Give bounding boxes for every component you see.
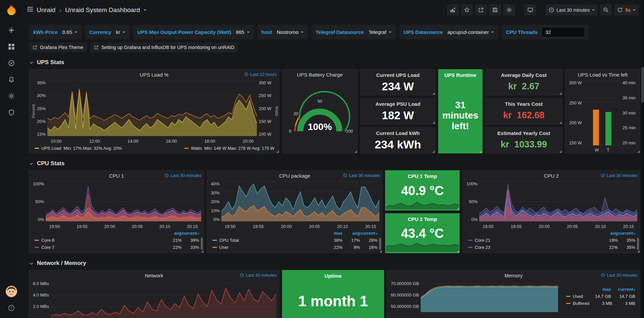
legend-header[interactable]: avg current [468, 230, 635, 237]
variable-value[interactable]: 32 [542, 28, 584, 37]
stat-title[interactable]: This Years Cost [505, 101, 543, 107]
time-range-picker[interactable]: Last 30 minutes [546, 4, 598, 15]
panel-title[interactable]: CPU 2 [544, 173, 559, 179]
stat-title[interactable]: Average Daily Cost [501, 72, 547, 78]
axis-tick: 30% [211, 190, 220, 195]
breadcrumb-dashboard-title[interactable]: Unraid System Dashboard [65, 6, 140, 14]
stat-title[interactable]: Uptime [325, 273, 342, 279]
legend-series-name: CPU Total [219, 238, 239, 243]
stat-title[interactable]: Average PSU Load [375, 101, 420, 107]
variable-value[interactable]: 0.65 [62, 29, 77, 35]
add-icon[interactable] [8, 27, 15, 34]
refresh-button[interactable]: 5s [614, 4, 639, 15]
variable-chip[interactable]: UPS Max Output Power Capacity (Watt) 865 [133, 25, 254, 39]
legend-header[interactable]: max current [566, 286, 635, 293]
variable-value[interactable]: 865 [236, 29, 249, 35]
stat-title[interactable]: Current UPS Load [376, 72, 419, 78]
cycle-view-monitor-button[interactable] [524, 4, 536, 15]
panel-title[interactable]: Network [145, 273, 163, 278]
section-network-memory[interactable]: Network / Memory [29, 260, 641, 267]
section-cpu-stats[interactable]: CPU Stats [29, 160, 641, 167]
axis-tick: 19:50 [49, 224, 60, 229]
variable-value[interactable]: Telegraf [368, 29, 391, 35]
legend-item[interactable]: UPS Load Min: 17% Max: 32% Avg: 20% [35, 146, 122, 151]
variable-value[interactable]: kr [116, 29, 126, 35]
legend-header[interactable]: max avg current [213, 230, 377, 237]
panel-network: Network Last 30 minutes 6.0 MBs4.0 MBs2.… [29, 270, 279, 318]
stat-title[interactable]: UPS Runtime [444, 72, 476, 78]
configuration-gear-icon[interactable] [8, 93, 15, 99]
legend-row[interactable]: Core 7 22% 33% [35, 244, 199, 251]
legend-table: avg current Core 6 21% 39% Core 7 22% 33… [29, 230, 204, 253]
legend-scrollbar[interactable] [637, 238, 639, 250]
explore-compass-icon[interactable] [8, 60, 15, 66]
legend-item[interactable]: Watts Min: 148 W Max: 278 W Avg: 175 W [184, 146, 274, 151]
grafana-logo-icon[interactable] [5, 4, 18, 18]
dashboard-settings-button[interactable] [503, 4, 515, 15]
alerting-bell-icon[interactable] [8, 76, 15, 83]
axis-tick: 19:50 [225, 224, 236, 229]
legend-row[interactable]: Buffered 3 MB 3 MB [566, 300, 635, 307]
cpu1-chart[interactable] [46, 181, 201, 222]
zoom-out-button[interactable] [600, 4, 612, 15]
ups-load-chart[interactable] [47, 80, 257, 137]
battery-gauge[interactable]: 02050100100% [282, 80, 357, 153]
stat-title[interactable]: Current Load kWh [376, 130, 420, 136]
apps-grid-icon[interactable] [27, 6, 33, 14]
memory-chart[interactable] [421, 281, 558, 318]
variable-chip[interactable]: Telegraf Datasource Telegraf [311, 25, 396, 39]
dashboards-icon[interactable] [8, 43, 15, 50]
cpu2-chart[interactable] [479, 181, 637, 222]
share-button[interactable] [475, 4, 487, 15]
variable-chip[interactable]: Currency kr [85, 25, 130, 39]
legend-row[interactable]: User 22% 9% 16% [213, 244, 377, 251]
cpu-package-chart[interactable] [221, 181, 379, 222]
stat-title[interactable]: Estimated Yearly Cost [497, 130, 550, 136]
user-avatar[interactable] [6, 286, 17, 297]
load-vs-time-bar-chart[interactable] [584, 80, 621, 145]
variable-chip[interactable]: host Nostromo [257, 25, 308, 39]
legend-row[interactable]: Core 21 19% 35% [468, 237, 635, 244]
legend-row[interactable]: CPU Total 38% 17% 28% [213, 237, 377, 244]
breadcrumb-org[interactable]: Unraid [37, 6, 55, 14]
legend-row[interactable]: Core 23 22% 35% [468, 244, 635, 251]
legend-scrollbar[interactable] [201, 238, 203, 250]
panel-title[interactable]: UPS Load % [140, 72, 169, 78]
save-button[interactable] [489, 4, 501, 15]
panel-ups-load-vs-time-left: UPS Load vs Time left 300 W250 W200 W150… [565, 69, 640, 153]
legend-row[interactable]: Used 14.7 GB 14.7 GB [566, 293, 635, 300]
legend-scrollbar[interactable] [379, 238, 381, 250]
variable-chip[interactable]: UPS Datasource apcupsd-container [399, 25, 498, 39]
help-icon[interactable]: ? [8, 305, 15, 313]
stat-title[interactable]: CPU 2 Temp [408, 216, 437, 222]
dashboard-link[interactable]: Setting up Grafana and InfluxDB for UPS … [90, 42, 238, 52]
variable-chip[interactable]: CPU Threads 32 [502, 25, 589, 39]
variable-chip[interactable]: kWh Price 0.65 [29, 25, 82, 39]
star-button[interactable] [461, 4, 473, 15]
server-admin-shield-icon[interactable] [8, 109, 15, 116]
panel-title[interactable]: Memory [504, 273, 522, 278]
chevron-down-icon [491, 32, 494, 34]
page-scrollbar[interactable] [641, 0, 644, 318]
legend-swatch [213, 247, 217, 248]
section-ups-stats[interactable]: UPS Stats [29, 59, 641, 66]
axis-tick: 10:00 [51, 139, 62, 144]
legend-header[interactable]: avg current [35, 230, 199, 237]
network-chart[interactable] [51, 281, 276, 318]
svg-text:100: 100 [346, 129, 353, 134]
variable-value[interactable]: apcupsd-container [448, 29, 494, 35]
add-panel-button[interactable] [447, 4, 459, 15]
panel-title[interactable]: CPU package [279, 173, 310, 179]
stat-title[interactable]: CPU 1 Temp [408, 173, 437, 179]
axis-tick: 30 min [623, 110, 636, 116]
svg-text:0: 0 [289, 129, 291, 134]
dashboard-link[interactable]: Grafana Plex Theme [29, 42, 87, 52]
panel-title[interactable]: CPU 1 [109, 173, 124, 179]
legend-row[interactable]: Core 6 21% 39% [35, 237, 199, 244]
panel-title[interactable]: UPS Battery Charge [297, 72, 343, 78]
panel-title[interactable]: UPS Load vs Time left [578, 72, 628, 78]
chevron-down-icon[interactable] [144, 9, 146, 12]
axis-tick: 0% [466, 217, 477, 222]
variable-value[interactable]: Nostromo [277, 29, 304, 35]
page-scrollbar-thumb[interactable] [641, 67, 644, 102]
